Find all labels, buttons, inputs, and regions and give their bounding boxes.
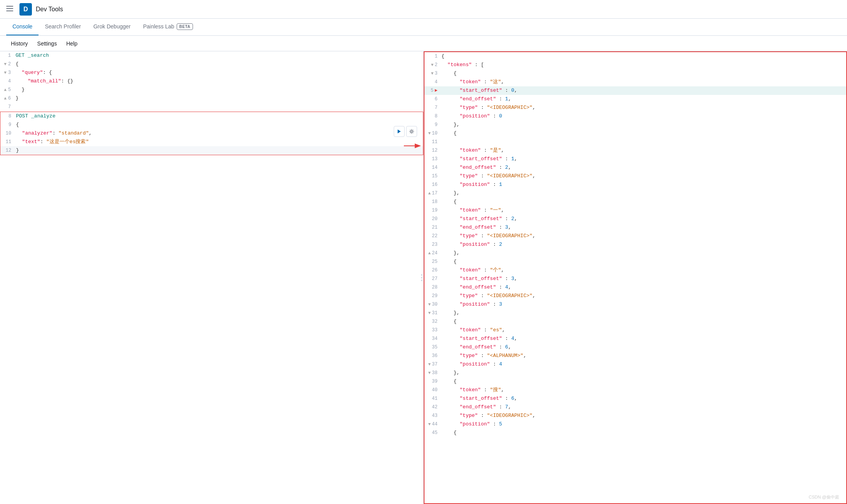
history-button[interactable]: History xyxy=(6,36,33,51)
table-row: 9 { xyxy=(0,121,423,129)
json-line-number: ▼10 xyxy=(424,130,442,137)
line-number: 10 xyxy=(0,130,16,137)
table-row: 22 "type" : "<IDEOGRAPHIC>", xyxy=(424,232,847,240)
json-line-content: "end_offset" : 6, xyxy=(442,343,847,351)
watermark: CSDN @偷中庭 xyxy=(809,494,839,500)
json-line-number: 40 xyxy=(424,386,442,394)
table-row: 29 "type" : "<IDEOGRAPHIC>", xyxy=(424,292,847,300)
table-row: 12 } xyxy=(0,146,423,155)
table-row: 28 "end_offset" : 4, xyxy=(424,283,847,292)
line-number: 7 xyxy=(0,103,16,111)
svg-rect-0 xyxy=(6,6,13,7)
json-line-content: "token" : "这", xyxy=(442,78,847,86)
json-line-content: "position" : 1 xyxy=(442,181,847,189)
table-row: 15 "type" : "<IDEOGRAPHIC>", xyxy=(424,172,847,180)
hamburger-button[interactable] xyxy=(5,4,15,15)
json-line-number: ▼3 xyxy=(424,70,442,77)
app-icon: D xyxy=(19,3,32,16)
table-row: 1 { xyxy=(424,52,847,61)
table-row: 8 "position" : 0 xyxy=(424,112,847,121)
json-line-content: "start_offset" : 4, xyxy=(442,335,847,343)
json-line-content: }, xyxy=(442,369,847,377)
json-line-number: 7 xyxy=(424,104,442,112)
code-editor[interactable]: 1 GET _search ▼2 { ▼3 "query": { 4 "matc… xyxy=(0,51,423,504)
table-row: 45 { xyxy=(424,429,847,437)
json-line-number: 34 xyxy=(424,335,442,343)
settings-button[interactable]: Settings xyxy=(33,36,62,51)
action-buttons xyxy=(394,126,417,137)
json-line-number: 1 xyxy=(424,52,442,60)
json-line-content: "token" : "搜", xyxy=(442,386,847,394)
table-row: 39 { xyxy=(424,377,847,386)
line-content: } xyxy=(16,147,423,154)
table-row: ▼31 }, xyxy=(424,309,847,317)
json-line-number: ▼30 xyxy=(424,301,442,308)
json-line-number: 9 xyxy=(424,121,442,129)
help-button[interactable]: Help xyxy=(61,36,82,51)
line-content: } xyxy=(16,94,423,102)
table-row: 7 xyxy=(0,103,423,111)
json-line-number: ▲17 xyxy=(424,189,442,197)
json-output[interactable]: 1 { ▼2 "tokens" : [ ▼3 { 4 "token" : "这"… xyxy=(424,52,847,503)
run-button[interactable] xyxy=(394,126,405,137)
table-row: 16 "position" : 1 xyxy=(424,180,847,189)
table-row: 7 "type" : "<IDEOGRAPHIC>", xyxy=(424,103,847,112)
tab-painless-lab[interactable]: Painless LabBETA xyxy=(137,18,200,35)
json-line-number: 32 xyxy=(424,318,442,326)
json-line-content: { xyxy=(442,258,847,266)
json-line-content: "start_offset" : 2, xyxy=(442,215,847,223)
panel-resize-handle[interactable] xyxy=(420,51,423,504)
line-number: ▲6 xyxy=(0,94,16,102)
json-line-number: ▼2 xyxy=(424,61,442,69)
table-row: 1 GET _search xyxy=(0,51,423,60)
json-line-content: "type" : "<IDEOGRAPHIC>", xyxy=(442,104,847,112)
table-row: 4 "token" : "这", xyxy=(424,78,847,86)
json-line-number: 6 xyxy=(424,95,442,103)
tab-search-profiler[interactable]: Search Profiler xyxy=(39,18,87,35)
table-row: ▲5 } xyxy=(0,86,423,94)
json-line-number: 12 xyxy=(424,147,442,154)
table-row: ▼3 { xyxy=(424,69,847,78)
left-editor-panel: 1 GET _search ▼2 { ▼3 "query": { 4 "matc… xyxy=(0,51,424,504)
json-line-number: 11 xyxy=(424,138,442,146)
svg-rect-2 xyxy=(6,10,13,11)
json-line-number: 15 xyxy=(424,172,442,180)
json-line-content: "type" : "<IDEOGRAPHIC>", xyxy=(442,412,847,420)
line-number: 8 xyxy=(0,112,16,120)
line-number: 4 xyxy=(0,77,16,85)
json-line-number: ▼31 xyxy=(424,309,442,317)
json-line-number: 41 xyxy=(424,395,442,402)
table-row: 36 "type" : "<ALPHANUM>", xyxy=(424,352,847,360)
table-row: 9 }, xyxy=(424,121,847,129)
table-row: 33 "token" : "es", xyxy=(424,326,847,334)
json-line-content: { xyxy=(442,198,847,206)
table-row: ▲24 }, xyxy=(424,249,847,257)
line-content xyxy=(16,103,423,111)
table-row: 20 "start_offset" : 2, xyxy=(424,215,847,223)
json-line-number: 36 xyxy=(424,352,442,360)
line-content: { xyxy=(16,60,423,68)
tools-button[interactable] xyxy=(406,126,417,137)
table-row: 4 "match_all": {} xyxy=(0,77,423,86)
tab-grok-debugger[interactable]: Grok Debugger xyxy=(87,18,137,35)
json-line-content: "start_offset" : 3, xyxy=(442,275,847,283)
json-line-number: 16 xyxy=(424,181,442,189)
json-line-content: { xyxy=(442,429,847,437)
json-line-number: ▼38 xyxy=(424,369,442,377)
table-row: ▼37 "position" : 4 xyxy=(424,360,847,369)
tab-console[interactable]: Console xyxy=(6,18,39,35)
table-row: 25 { xyxy=(424,257,847,266)
line-content: GET _search xyxy=(16,52,423,60)
json-line-content: { xyxy=(442,130,847,137)
json-line-content: "end_offset" : 7, xyxy=(442,403,847,411)
line-content: } xyxy=(16,86,423,94)
json-line-content: { xyxy=(442,318,847,326)
svg-point-4 xyxy=(410,131,412,133)
json-line-content: "position" : 4 xyxy=(442,360,847,368)
json-line-number: ▼37 xyxy=(424,360,442,368)
json-line-content: "start_offset" : 6, xyxy=(442,395,847,402)
json-line-content: "token" : "一", xyxy=(442,206,847,214)
json-line-content: "token" : "个", xyxy=(442,266,847,274)
table-row: ▼2 "tokens" : [ xyxy=(424,61,847,69)
app-title: Dev Tools xyxy=(36,6,63,13)
